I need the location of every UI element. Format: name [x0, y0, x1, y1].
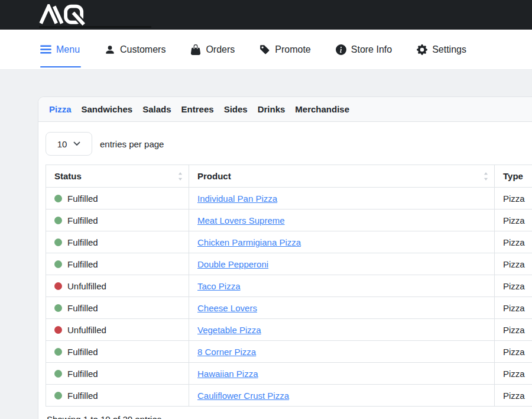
- sort-icon[interactable]: [484, 172, 488, 181]
- product-cell: Chicken Parmigiana Pizza: [189, 231, 495, 253]
- status-cell: Fulfilled: [46, 363, 189, 385]
- nav-item-promote[interactable]: Promote: [259, 30, 310, 69]
- product-cell: Vegetable Pizza: [189, 319, 495, 341]
- sort-icon[interactable]: [178, 172, 183, 181]
- product-link[interactable]: Cheese Lovers: [197, 303, 257, 313]
- status-cell: Fulfilled: [46, 253, 189, 275]
- table-row: Fulfilled 8 Corner Pizza Pizza: [46, 341, 532, 363]
- product-link[interactable]: 8 Corner Pizza: [197, 347, 256, 357]
- type-cell: Pizza: [495, 385, 532, 407]
- handbag-icon: [190, 44, 201, 55]
- nav-label: Menu: [56, 44, 80, 55]
- table-row: Fulfilled Cheese Lovers Pizza: [46, 297, 532, 319]
- logo-underline-strip: [39, 26, 151, 28]
- showing-entries-text: Showing 1 to 10 of 20 entries: [46, 414, 532, 419]
- category-tabbar: Pizza Sandwiches Salads Entrees Sides Dr…: [38, 97, 532, 122]
- status-dot-icon: [54, 260, 62, 268]
- tab-merchandise[interactable]: Merchandise: [295, 104, 349, 114]
- top-logo-bar: [0, 0, 532, 30]
- type-cell: Pizza: [495, 253, 532, 275]
- tab-salads[interactable]: Salads: [142, 104, 171, 114]
- status-label: Fulfilled: [67, 369, 98, 379]
- nav-item-store-info[interactable]: Store Info: [336, 30, 392, 69]
- status-dot-icon: [54, 282, 62, 290]
- nav-item-settings[interactable]: Settings: [417, 30, 466, 69]
- product-link[interactable]: Double Pepperoni: [197, 259, 268, 269]
- column-header-product[interactable]: Product: [189, 165, 495, 188]
- product-link[interactable]: Vegetable Pizza: [197, 325, 261, 335]
- tab-sides[interactable]: Sides: [224, 104, 248, 114]
- status-dot-icon: [54, 238, 62, 246]
- product-link[interactable]: Meat Lovers Supreme: [197, 215, 285, 225]
- status-label: Fulfilled: [67, 259, 98, 269]
- status-cell: Unfulfilled: [46, 275, 189, 297]
- status-cell: Fulfilled: [46, 231, 189, 253]
- status-cell: Fulfilled: [46, 385, 189, 407]
- nav-label: Store Info: [351, 44, 392, 55]
- card-body: 10 entries per page Status: [38, 122, 532, 419]
- product-cell: 8 Corner Pizza: [189, 341, 495, 363]
- entries-per-page-row: 10 entries per page: [46, 132, 532, 156]
- status-dot-icon: [54, 304, 62, 312]
- status-cell: Fulfilled: [46, 341, 189, 363]
- table-row: Fulfilled Double Pepperoni Pizza: [46, 253, 532, 275]
- status-dot-icon: [54, 195, 62, 202]
- type-cell: Pizza: [495, 319, 532, 341]
- table-body: Fulfilled Individual Pan Pizza Pizza Ful…: [46, 188, 532, 407]
- product-link[interactable]: Hawaiian Pizza: [197, 369, 258, 379]
- aiq-logo[interactable]: [39, 4, 93, 27]
- nav-item-customers[interactable]: Customers: [105, 30, 166, 69]
- gear-icon: [417, 44, 427, 55]
- product-cell: Meat Lovers Supreme: [189, 210, 495, 231]
- status-label: Unfulfilled: [67, 325, 106, 335]
- product-link[interactable]: Chicken Parmigiana Pizza: [197, 237, 301, 247]
- hamburger-icon: [40, 45, 51, 54]
- status-dot-icon: [54, 326, 62, 334]
- status-label: Fulfilled: [67, 391, 98, 401]
- product-link[interactable]: Individual Pan Pizza: [197, 194, 277, 204]
- nav-label: Settings: [432, 44, 466, 55]
- column-label: Status: [54, 171, 82, 181]
- table-row: Fulfilled Meat Lovers Supreme Pizza: [46, 210, 532, 231]
- nav-item-menu[interactable]: Menu: [40, 30, 80, 69]
- entries-per-page-select[interactable]: 10: [46, 132, 92, 156]
- nav-label: Promote: [275, 44, 310, 55]
- status-label: Fulfilled: [67, 347, 98, 357]
- entries-per-page-label: entries per page: [100, 139, 164, 149]
- status-label: Fulfilled: [67, 194, 98, 204]
- status-cell: Unfulfilled: [46, 319, 189, 341]
- product-cell: Cauliflower Crust Pizza: [189, 385, 495, 407]
- type-cell: Pizza: [495, 363, 532, 385]
- tab-entrees[interactable]: Entrees: [181, 104, 214, 114]
- status-cell: Fulfilled: [46, 188, 189, 210]
- product-cell: Double Pepperoni: [189, 253, 495, 275]
- main-navbar: Menu Customers Orders Promote Store Info…: [0, 30, 532, 70]
- entries-per-page-value: 10: [57, 139, 67, 149]
- tag-icon: [259, 44, 270, 55]
- info-circle-icon: [336, 44, 346, 55]
- product-link[interactable]: Cauliflower Crust Pizza: [197, 391, 289, 401]
- product-link[interactable]: Taco Pizza: [197, 281, 241, 291]
- status-dot-icon: [54, 217, 62, 224]
- status-cell: Fulfilled: [46, 210, 189, 231]
- table-row: Fulfilled Cauliflower Crust Pizza Pizza: [46, 385, 532, 407]
- table-header-row: Status Product: [46, 165, 532, 188]
- status-label: Fulfilled: [67, 215, 98, 225]
- column-header-type[interactable]: Type: [495, 165, 532, 188]
- nav-label: Orders: [206, 44, 235, 55]
- tab-drinks[interactable]: Drinks: [258, 104, 286, 114]
- column-header-status[interactable]: Status: [46, 165, 189, 188]
- type-cell: Pizza: [495, 210, 532, 231]
- tab-sandwiches[interactable]: Sandwiches: [82, 104, 133, 114]
- tab-pizza[interactable]: Pizza: [49, 104, 72, 114]
- status-cell: Fulfilled: [46, 297, 189, 319]
- menu-admin-page: { "colors": { "accent_blue": "#3276f5", …: [0, 0, 532, 419]
- product-cell: Taco Pizza: [189, 275, 495, 297]
- type-cell: Pizza: [495, 188, 532, 210]
- nav-item-orders[interactable]: Orders: [190, 30, 235, 69]
- person-icon: [105, 44, 115, 55]
- table-row: Fulfilled Individual Pan Pizza Pizza: [46, 188, 532, 210]
- chevron-down-icon: [73, 141, 80, 146]
- status-label: Unfulfilled: [67, 281, 106, 291]
- column-label: Product: [197, 171, 231, 181]
